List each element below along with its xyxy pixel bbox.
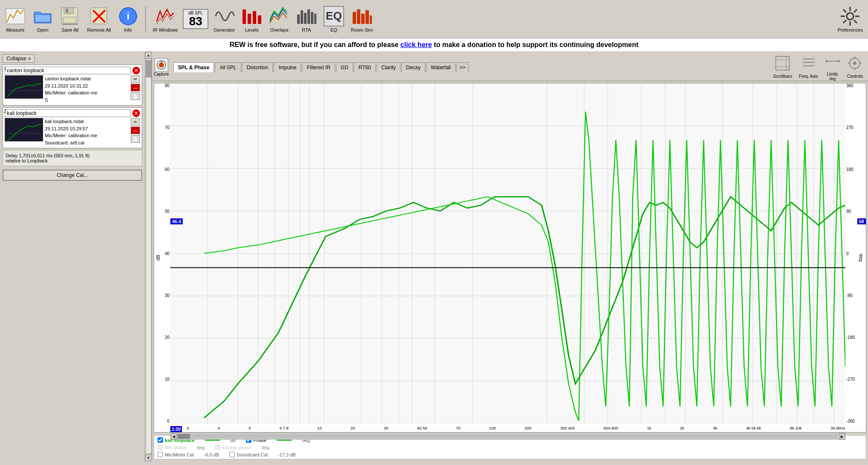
chart-tool-controls[interactable]: Controls (847, 56, 863, 79)
chart-tool-freq-axis[interactable]: Freq. Axis (799, 56, 818, 79)
freq-axis-label: Freq. Axis (799, 74, 818, 79)
ir-windows-icon (155, 6, 175, 26)
measurement-2-date: 29.11.2020 10:29:57 (45, 125, 129, 132)
toolbar: Measure Open Save All (0, 0, 868, 38)
toolbar-ir-windows[interactable]: IR Windows (151, 4, 180, 34)
measurement-2-color-button[interactable]: — (131, 127, 140, 134)
legend-excess-phase-checkbox[interactable] (215, 444, 220, 450)
toolbar-spl-meter[interactable]: dB SPL 83 (183, 9, 208, 29)
eq-label: EQ (330, 27, 337, 32)
toolbar-info[interactable]: i Info (116, 4, 140, 34)
tab-distortion[interactable]: Distortion (242, 62, 273, 72)
scroll-right-arrow[interactable]: ▶ (839, 433, 845, 439)
measurement-2-file-button[interactable]: 📄 (131, 135, 140, 143)
scroll-left-arrow[interactable]: ◀ (171, 433, 177, 439)
toolbar-levels[interactable]: Levels (240, 4, 264, 34)
tab-decay[interactable]: Decay (401, 62, 425, 72)
legend-min-phase-checkbox[interactable] (158, 444, 163, 450)
measurement-2-close-button[interactable]: ✕ (132, 109, 140, 117)
toolbar-room-sim[interactable]: Room Sim (349, 4, 374, 34)
cursor-label-left: 46.4 (170, 218, 183, 224)
legend-item-excess-phase: Excess phase (215, 444, 251, 450)
measurement-2-edit-button[interactable]: ✏ (131, 118, 140, 126)
bottom-scroll-track (177, 434, 839, 439)
banner-link[interactable]: click here (400, 41, 432, 48)
legend-soundcard-cal-checkbox[interactable] (229, 452, 235, 457)
svg-rect-18 (311, 12, 313, 24)
toolbar-eq[interactable]: EQ EQ (322, 4, 346, 34)
svg-rect-43 (776, 67, 789, 70)
chart-grid-svg (170, 83, 845, 424)
tab-all-spl[interactable]: All SPL (215, 62, 241, 72)
toolbar-save-all[interactable]: Save All (58, 4, 82, 34)
svg-line-31 (854, 20, 857, 23)
save-all-label: Save All (61, 27, 79, 32)
preferences-label: Preferences (838, 27, 863, 32)
measure-label: Measure (6, 27, 25, 32)
tab-waterfall[interactable]: Waterfall (426, 62, 456, 72)
toolbar-generator[interactable]: Generator (212, 4, 237, 34)
delay-line1: Delay 1,701±0,011 ms (583 mm, 1,91 ft) (6, 153, 139, 158)
collapse-label: Collapse (6, 56, 26, 62)
tab-spl-phase[interactable]: SPL & Phase (173, 62, 214, 72)
svg-rect-44 (786, 56, 789, 70)
tab-filtered-ir[interactable]: Filtered IR (302, 62, 335, 72)
toolbar-rta[interactable]: RTA (295, 4, 319, 34)
measurement-1-file-button[interactable]: 📄 (131, 92, 140, 100)
svg-rect-42 (776, 56, 789, 60)
change-cal-button[interactable]: Change Cal... (3, 170, 142, 181)
svg-rect-19 (314, 14, 316, 24)
collapse-button[interactable]: Collapse « (3, 54, 35, 63)
controls-label: Controls (847, 74, 863, 79)
remove-all-label: Remove All (87, 27, 111, 32)
svg-text:i: i (126, 10, 129, 22)
banner-text-after: to make a donation to help support its c… (432, 41, 639, 48)
measurement-1-edit-button[interactable]: ✏ (131, 75, 140, 83)
toolbar-preferences[interactable]: Preferences (836, 4, 865, 34)
svg-rect-34 (5, 76, 43, 99)
scroll-up-arrow[interactable]: ▲ (145, 52, 152, 59)
measurement-2-actions: ✏ — 📄 (131, 118, 140, 146)
measurement-1-close-button[interactable]: ✕ (132, 67, 140, 74)
svg-rect-41 (776, 56, 789, 70)
left-scrollbar[interactable]: ▲ ▼ (145, 52, 152, 461)
tab-clarity[interactable]: Clarity (377, 62, 400, 72)
toolbar-remove-all[interactable]: Remove All (85, 4, 113, 34)
measurement-1-name-input[interactable] (5, 67, 131, 74)
tab-impulse[interactable]: Impulse (274, 62, 301, 72)
scroll-down-arrow[interactable]: ▼ (145, 454, 152, 461)
chart-tool-limits[interactable]: Limits deg (825, 53, 840, 81)
levels-icon (242, 6, 262, 26)
measurement-1-number: 1 (4, 66, 6, 71)
tab-rt60[interactable]: RT60 (354, 62, 376, 72)
measurement-2-name-input[interactable] (5, 109, 131, 117)
legend-mic-cal-checkbox[interactable] (158, 452, 163, 457)
measurement-1-color-button[interactable]: — (131, 84, 140, 91)
toolbar-measure[interactable]: Measure (3, 4, 27, 34)
chart-plot[interactable]: 46.4 (170, 83, 845, 424)
chart-container[interactable]: 80 70 60 50 40 30 20 10 0 dB 360 270 180… (154, 83, 866, 433)
measurement-2-soundcard: Soundcard: ar8.cal (45, 139, 129, 147)
legend-row-2: Min phase deg Excess phase deg (158, 444, 862, 450)
legend-kali-checkbox[interactable] (158, 437, 163, 443)
svg-rect-40 (160, 60, 163, 62)
bottom-scroll-thumb[interactable] (177, 434, 190, 439)
bottom-scrollbar[interactable]: ◀ ▶ (170, 433, 845, 440)
tab-bar: Capture SPL & Phase All SPL Distortion I… (152, 52, 868, 81)
tab-gd[interactable]: GD (336, 62, 353, 72)
svg-rect-14 (297, 15, 300, 24)
svg-point-56 (853, 62, 856, 65)
chart-tool-scrollbars[interactable]: Scrollbars (773, 56, 792, 79)
delay-info: Delay 1,701±0,011 ms (583 mm, 1,91 ft) r… (3, 150, 142, 166)
tab-more[interactable]: >> (456, 62, 468, 72)
toolbar-overlays[interactable]: Overlays (267, 4, 291, 34)
capture-icon[interactable] (155, 58, 168, 72)
banner: REW is free software, but if you can aff… (0, 38, 868, 52)
controls-icon (847, 56, 862, 73)
legend-row-3: Mic/Meter Cal -6,0 dB Soundcard Cal -17,… (158, 452, 862, 457)
freq-start-label[interactable]: 2.00 (170, 426, 182, 432)
svg-rect-10 (243, 9, 246, 24)
toolbar-open[interactable]: Open (31, 4, 55, 34)
room-sim-icon (352, 6, 372, 26)
scroll-thumb[interactable] (146, 60, 152, 77)
